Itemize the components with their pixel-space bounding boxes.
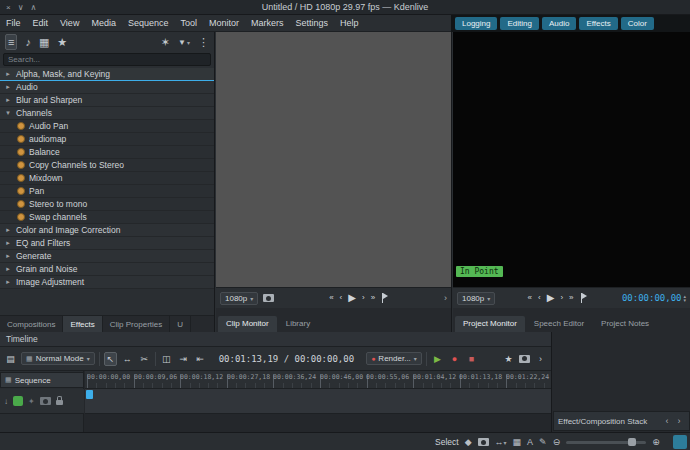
effect-row[interactable]: audiomap: [0, 133, 214, 146]
zoom-out-icon[interactable]: ⊖: [553, 437, 561, 447]
play-button[interactable]: ▶: [547, 293, 555, 303]
toolbar-overflow-icon[interactable]: ›: [534, 352, 547, 366]
active-track-indicator[interactable]: [13, 396, 23, 406]
snap-grid-icon[interactable]: ▦: [513, 437, 522, 447]
audio-record-button[interactable]: ●: [448, 352, 461, 366]
custom-effects-icon[interactable]: ✶: [161, 35, 170, 49]
resolution-select[interactable]: 1080p ▾: [220, 292, 258, 305]
tag-icon[interactable]: ◆: [465, 437, 472, 447]
tab-undo-history[interactable]: U: [170, 316, 191, 332]
favorite-effects-button[interactable]: ★: [502, 352, 515, 366]
zoom-slider-handle[interactable]: [628, 438, 636, 446]
edit-guide-icon[interactable]: ✎: [539, 437, 547, 447]
tab-compositions[interactable]: Compositions: [0, 316, 63, 332]
effect-row[interactable]: Audio Pan: [0, 120, 214, 133]
video-track-lane[interactable]: [85, 389, 551, 414]
video-effects-icon[interactable]: ▦: [39, 35, 49, 49]
workspace-tab-editing[interactable]: Editing: [500, 17, 538, 30]
play-button[interactable]: ▶: [348, 293, 356, 303]
frame-backward-button[interactable]: ‹: [340, 293, 343, 303]
sequence-tab[interactable]: ▦ Sequence: [0, 372, 84, 388]
effect-category-row[interactable]: ▸ Generate: [0, 250, 214, 263]
frame-backward-button[interactable]: ‹: [538, 293, 541, 303]
shade-down-icon[interactable]: ∨: [18, 3, 24, 12]
mix-clips-button[interactable]: ◫: [160, 352, 173, 366]
menu-markers[interactable]: Markers: [245, 15, 290, 31]
overflow-menu-icon[interactable]: ⋮: [198, 35, 209, 49]
resolution-select[interactable]: 1080p ▾: [457, 292, 495, 305]
selection-tool-button[interactable]: ↖: [104, 352, 117, 366]
effect-category-row[interactable]: ▸ Image Adjustment: [0, 276, 214, 289]
tab-library[interactable]: Library: [278, 316, 318, 332]
workspace-tab-audio[interactable]: Audio: [542, 17, 576, 30]
timecode-widget[interactable]: 00:00:00,00 ▴ ▾: [622, 293, 686, 303]
effect-row[interactable]: Swap channels: [0, 211, 214, 224]
insert-zone-button[interactable]: ⇥: [177, 352, 190, 366]
marker-flag-icon[interactable]: [580, 293, 588, 303]
effect-category-row[interactable]: ▾ Channels: [0, 107, 214, 120]
audio-effects-icon[interactable]: ♪: [25, 35, 31, 49]
render-button[interactable]: ● Render... ▾: [366, 352, 422, 365]
marker-flag-icon[interactable]: [381, 293, 389, 303]
menu-edit[interactable]: Edit: [27, 15, 55, 31]
effect-category-row[interactable]: ▸ Audio: [0, 81, 214, 94]
favorites-star-icon[interactable]: ★: [57, 35, 67, 49]
tab-effects[interactable]: Effects: [63, 316, 102, 332]
effect-category-row[interactable]: ▸ Grain and Noise: [0, 263, 214, 276]
effect-category-row[interactable]: ▸ Blur and Sharpen: [0, 94, 214, 107]
skip-forward-button[interactable]: »: [371, 293, 375, 303]
effect-row[interactable]: Mixdown: [0, 172, 214, 185]
skip-backward-button[interactable]: «: [329, 293, 333, 303]
tab-project-notes[interactable]: Project Notes: [593, 316, 657, 332]
clip[interactable]: [86, 390, 93, 399]
menu-view[interactable]: View: [54, 15, 85, 31]
zoom-in-icon[interactable]: ⊕: [652, 437, 660, 447]
razor-tool-button[interactable]: ✂: [138, 352, 151, 366]
search-input[interactable]: [3, 53, 211, 66]
timeline-ruler[interactable]: 00:00:00,00 00:00:09,06 00:00:18,12 00:0…: [85, 371, 551, 389]
effect-row[interactable]: Copy Channels to Stereo: [0, 159, 214, 172]
effect-row[interactable]: Balance: [0, 146, 214, 159]
effect-category-row[interactable]: ▸ Alpha, Mask, and Keying: [0, 68, 214, 81]
capture-frame-icon[interactable]: [263, 294, 274, 302]
skip-backward-button[interactable]: «: [528, 293, 532, 303]
close-window-icon[interactable]: ×: [6, 3, 11, 12]
workspace-tab-color[interactable]: Color: [621, 17, 654, 30]
tab-clip-monitor[interactable]: Clip Monitor: [218, 316, 277, 332]
menu-media[interactable]: Media: [85, 15, 122, 31]
tab-clip-properties[interactable]: Clip Properties: [103, 316, 170, 332]
menu-monitor[interactable]: Monitor: [203, 15, 245, 31]
tab-speech-editor[interactable]: Speech Editor: [526, 316, 592, 332]
monitor-timecode[interactable]: 00:00:00,00: [622, 293, 682, 303]
stop-preview-button[interactable]: ■: [465, 352, 478, 366]
menu-sequence[interactable]: Sequence: [122, 15, 175, 31]
list-view-icon[interactable]: ≡: [5, 34, 17, 50]
spin-down-icon[interactable]: ▾: [683, 298, 686, 302]
effect-category-row[interactable]: ▸ Color and Image Correction: [0, 224, 214, 237]
menu-file[interactable]: File: [0, 15, 27, 31]
filter-button[interactable]: ▼ ▾: [178, 38, 190, 47]
menu-settings[interactable]: Settings: [290, 15, 335, 31]
timecode-spinner[interactable]: ▴ ▾: [683, 294, 686, 302]
effect-category-row[interactable]: ▸ EQ and Filters: [0, 237, 214, 250]
shade-up-icon[interactable]: ∧: [31, 3, 37, 12]
move-mode-button[interactable]: ↔▾: [495, 437, 507, 447]
corner-indicator-button[interactable]: [673, 435, 687, 449]
screengrab-icon[interactable]: [519, 355, 530, 363]
timeline-menu-icon[interactable]: ▤: [4, 352, 17, 366]
collapse-track-icon[interactable]: ↓: [4, 397, 8, 406]
spacer-tool-button[interactable]: ↔: [121, 352, 134, 366]
menu-help[interactable]: Help: [334, 15, 365, 31]
dock-float-icon[interactable]: ‹: [661, 415, 673, 427]
workspace-tab-effects[interactable]: Effects: [579, 17, 617, 30]
zoom-slider[interactable]: [566, 435, 646, 449]
screengrab-icon[interactable]: [478, 438, 489, 446]
frame-forward-button[interactable]: ›: [560, 293, 563, 303]
menu-tool[interactable]: Tool: [174, 15, 203, 31]
monitor-overflow-icon[interactable]: ›: [444, 293, 447, 303]
preview-render-button[interactable]: ▶: [431, 352, 444, 366]
lock-track-icon[interactable]: [56, 400, 63, 405]
timeline-timecode[interactable]: 00:01:13,19 / 00:00:00,00: [219, 354, 354, 364]
hide-track-icon[interactable]: [40, 397, 51, 405]
extract-zone-button[interactable]: ⇤: [194, 352, 207, 366]
